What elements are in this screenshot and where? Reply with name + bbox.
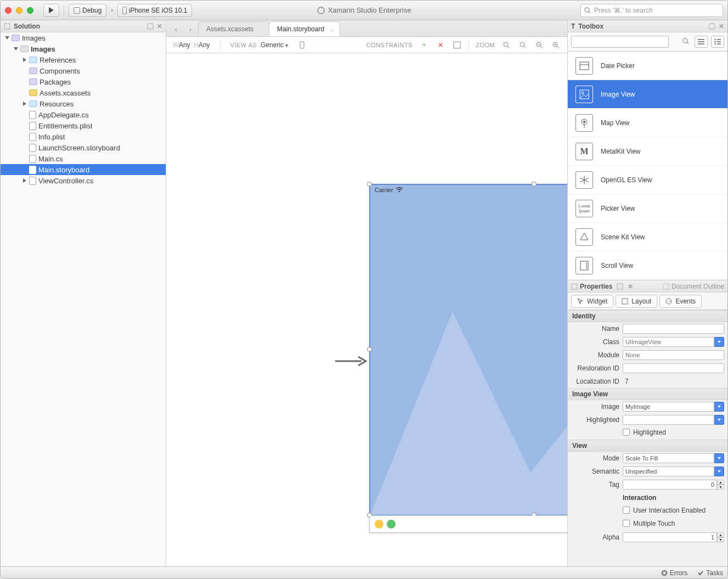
editor-area: ‹ › Assets.xcassetsMain.storyboard○ WAny… xyxy=(166,20,567,566)
toolbox-item-map-view[interactable]: Map View xyxy=(568,109,727,137)
tree-node-label: Main.storyboard xyxy=(38,166,89,174)
errors-pad-button[interactable]: Errors xyxy=(661,569,688,577)
tree-node-label: Components xyxy=(39,67,80,75)
svg-rect-26 xyxy=(714,39,716,40)
toolbox-item-metalkit-view[interactable]: MMetalKit View xyxy=(568,137,727,166)
toolbox-item-opengl-es-view[interactable]: OpenGL ES View xyxy=(568,166,727,194)
selected-image-view[interactable]: Carrier xyxy=(370,185,567,515)
svg-rect-5 xyxy=(300,42,304,48)
zoom-out-button[interactable] xyxy=(534,40,544,50)
svg-rect-29 xyxy=(717,41,721,42)
tree-node-entitlements-plist[interactable]: Entitlements.plist xyxy=(1,120,166,131)
document-outline-tab[interactable]: Document Outline xyxy=(663,283,724,290)
image-dropdown-button[interactable] xyxy=(714,402,724,412)
tree-node-launchscreen-storyboard[interactable]: LaunchScreen.storyboard xyxy=(1,142,166,153)
add-constraint-button[interactable]: ＋ xyxy=(419,40,429,50)
tree-node-main-cs[interactable]: Main.cs xyxy=(1,153,166,164)
close-tab-icon[interactable]: ○ xyxy=(330,26,335,32)
events-subtab[interactable]: Events xyxy=(659,295,702,308)
frame-mode-button[interactable] xyxy=(452,40,462,50)
alpha-stepper[interactable]: ▲▼ xyxy=(717,532,724,542)
close-window-button[interactable] xyxy=(5,7,12,14)
zoom-window-button[interactable] xyxy=(27,7,33,14)
mode-field[interactable] xyxy=(623,453,714,463)
multiple-touch-checkbox[interactable]: Multiple Touch xyxy=(623,520,675,527)
highlighted-checkbox[interactable]: Highlighted xyxy=(623,429,666,436)
remove-constraint-button[interactable]: ✕ xyxy=(436,40,445,50)
tree-node-references[interactable]: References xyxy=(1,54,166,65)
semantic-dropdown-button[interactable] xyxy=(714,466,724,476)
semantic-field[interactable] xyxy=(623,466,714,476)
tree-node-images[interactable]: Images xyxy=(1,32,166,43)
svg-point-1 xyxy=(585,8,589,12)
mode-dropdown-button[interactable] xyxy=(714,453,724,463)
nav-forward-button[interactable]: › xyxy=(184,23,197,36)
device-selector[interactable]: iPhone SE iOS 10.1 xyxy=(117,4,193,17)
layout-subtab[interactable]: Layout xyxy=(616,295,657,308)
highlighted-image-field[interactable] xyxy=(623,415,714,425)
global-search-input[interactable]: Press '⌘.' to search xyxy=(580,4,723,17)
pane-close-icon[interactable]: ✕ xyxy=(719,23,724,30)
toolbox-item-date-picker[interactable]: Date Picker xyxy=(568,52,727,80)
image-field[interactable] xyxy=(623,402,714,412)
tree-node-images[interactable]: Images xyxy=(1,43,166,54)
class-field[interactable] xyxy=(623,337,714,347)
toolbox-search-input[interactable] xyxy=(571,36,669,48)
pane-dock-icon[interactable] xyxy=(617,283,623,290)
toolbox-compact-view-button[interactable] xyxy=(695,36,708,48)
properties-body[interactable]: Identity Name Class Module Restoration I… xyxy=(568,310,727,566)
pane-dock-icon[interactable] xyxy=(709,23,715,30)
toolbox-item-scene-kit-view[interactable]: Scene Kit View xyxy=(568,223,727,251)
toolbox-item-picker-view[interactable]: LoremIpsumPicker View xyxy=(568,194,727,223)
tree-node-viewcontroller-cs[interactable]: ViewController.cs xyxy=(1,175,166,186)
exit-segue-icon[interactable] xyxy=(387,520,396,529)
size-class-indicator[interactable]: WAny HAny xyxy=(173,41,210,49)
name-field[interactable] xyxy=(623,324,724,334)
tree-node-appdelegate-cs[interactable]: AppDelegate.cs xyxy=(1,109,166,120)
folderb-icon xyxy=(29,100,37,107)
tag-stepper[interactable]: ▲▼ xyxy=(717,480,724,490)
first-responder-icon[interactable] xyxy=(375,520,383,529)
view-as-control[interactable]: VIEW AS Generic ▾ xyxy=(230,41,289,49)
tree-node-packages[interactable]: Packages xyxy=(1,76,166,87)
document-tab-main-storyboard[interactable]: Main.storyboard○ xyxy=(269,21,340,36)
tree-node-resources[interactable]: Resources xyxy=(1,98,166,109)
orientation-toggle[interactable] xyxy=(298,40,308,50)
toolbox-item-image-view[interactable]: Image View xyxy=(568,80,727,109)
zoom-in-button[interactable] xyxy=(551,40,561,50)
zoom-fit-button[interactable] xyxy=(501,40,511,50)
status-bar: Errors Tasks xyxy=(1,566,727,578)
solution-pane-header: Solution ✕ xyxy=(1,20,166,32)
zoom-actual-button[interactable] xyxy=(518,40,528,50)
pane-close-icon[interactable]: ✕ xyxy=(157,23,162,30)
tree-node-main-storyboard[interactable]: Main.storyboard xyxy=(1,164,166,175)
device-frame[interactable]: Carrier xyxy=(369,184,567,533)
tree-node-assets-xcassets[interactable]: Assets.xcassets xyxy=(1,87,166,98)
toolbox-item-scroll-view[interactable]: Scroll View xyxy=(568,251,727,280)
run-button[interactable] xyxy=(43,4,59,17)
scene-dock[interactable] xyxy=(370,515,567,532)
toolbox-list-view-button[interactable] xyxy=(711,36,724,48)
tree-node-components[interactable]: Components xyxy=(1,65,166,76)
alpha-field[interactable] xyxy=(623,532,717,542)
class-dropdown-button[interactable] xyxy=(714,337,724,347)
toolbox-list[interactable]: Date PickerImage ViewMap ViewMMetalKit V… xyxy=(568,52,727,280)
document-tab-assets-xcassets[interactable]: Assets.xcassets xyxy=(198,21,269,36)
storyboard-canvas[interactable]: Carrier xyxy=(166,53,567,566)
properties-tab[interactable]: Properties xyxy=(571,283,612,290)
toolbox-item-label: Date Picker xyxy=(601,62,635,70)
config-selector[interactable]: Debug xyxy=(69,4,106,17)
tasks-pad-button[interactable]: Tasks xyxy=(697,569,723,577)
solution-tree[interactable]: ImagesImagesReferencesComponentsPackages… xyxy=(1,32,166,566)
restoration-id-field[interactable] xyxy=(623,363,724,373)
pane-close-icon[interactable]: ✕ xyxy=(628,283,633,290)
minimize-window-button[interactable] xyxy=(16,7,22,14)
widget-subtab[interactable]: Widget xyxy=(571,295,613,308)
nav-back-button[interactable]: ‹ xyxy=(170,23,183,36)
highlighted-dropdown-button[interactable] xyxy=(714,415,724,425)
tag-field[interactable] xyxy=(623,480,717,490)
user-interaction-checkbox[interactable]: User Interaction Enabled xyxy=(623,507,706,514)
tree-node-info-plist[interactable]: Info.plist xyxy=(1,131,166,142)
module-field[interactable] xyxy=(623,350,724,360)
pane-dock-icon[interactable] xyxy=(147,23,154,30)
